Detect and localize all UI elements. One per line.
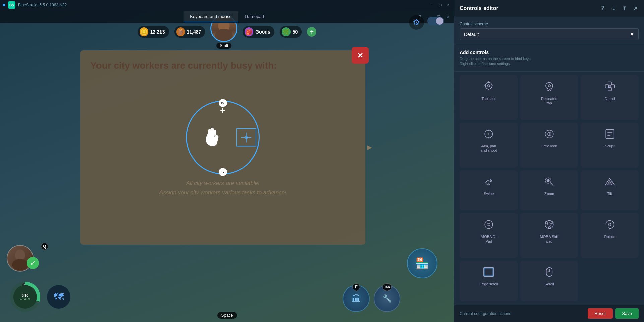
settings-gear-icon[interactable]: ⚙ [409, 15, 424, 30]
svg-point-3 [12, 259, 28, 270]
control-script[interactable]: Script [581, 123, 639, 168]
tab-keyboard-mouse[interactable]: Keyboard and mouse [183, 11, 238, 22]
wood-resource: 🪵 11,487 [174, 26, 205, 38]
gold-resource: 🪙 12,213 [138, 26, 169, 38]
s-key: S [219, 168, 227, 176]
toggle-knob [436, 17, 443, 25]
svg-rect-22 [608, 85, 611, 88]
resource-bar: 🪙 12,213 🪵 11,487 Shift 🎒 Goods [0, 23, 454, 40]
bottom-bar: Current configuration actions Reset Save [454, 305, 644, 322]
control-scheme-label: Control scheme [460, 22, 639, 26]
e-button-container: 🏛 E [343, 285, 370, 312]
control-moba-d-pad[interactable]: @ MOBA D-Pad [460, 213, 518, 258]
goods-label: Goods [255, 29, 270, 35]
add-resource-button[interactable]: + [307, 27, 316, 37]
export-icon[interactable]: ⤒ [621, 5, 628, 12]
add-controls-title: Add controls [460, 50, 639, 55]
green-value: 50 [293, 29, 298, 35]
tab-button-container: 🔧 Tab [374, 285, 400, 312]
control-swipe[interactable]: Swipe [460, 170, 518, 211]
controls-editor-panel: Controls editor ? ⤓ ⤒ ↗ Control scheme D… [454, 0, 644, 322]
bottom-actions: Reset Save [588, 308, 639, 319]
green-icon: 🌿 [282, 27, 291, 36]
control-tap-spot[interactable]: Tap spot [460, 75, 518, 120]
q-key-badge: Q [41, 243, 48, 250]
control-zoom[interactable]: Zoom [520, 170, 578, 211]
control-scheme-select[interactable]: Default ▼ [460, 28, 639, 40]
control-edge-scroll[interactable]: Edge scroll [460, 261, 518, 301]
restore-button[interactable]: □ [437, 2, 443, 8]
scroll-label: Scroll [544, 282, 554, 286]
modal-close-button[interactable]: × [352, 47, 369, 64]
repeated-tap-label: Repeatedtap [541, 96, 557, 105]
rotate-label: Rotate [604, 235, 615, 239]
controls-grid: Tap spot Repeatedtap [454, 72, 644, 305]
space-key-label: Space [217, 312, 237, 319]
moba-d-pad-label: MOBA D-Pad [481, 235, 496, 243]
gold-icon: 🪙 [140, 27, 148, 36]
scroll-icon [541, 264, 557, 280]
svg-rect-6 [214, 130, 216, 136]
edge-scroll-icon [480, 264, 497, 280]
shift-label: Shift [216, 43, 231, 49]
map-icon[interactable]: 🗺 [47, 285, 70, 309]
nav-tabs: Keyboard and mouse Gamepad [183, 11, 271, 22]
control-tilt[interactable]: Tilt [581, 170, 639, 211]
minimize-button[interactable]: – [429, 2, 435, 8]
control-repeated-tap[interactable]: Repeatedtap [520, 75, 578, 120]
aim-pan-shoot-label: Aim, panand shoot [480, 144, 497, 153]
controls-editor-title: Controls editor [460, 5, 498, 11]
wood-icon: 🪵 [176, 27, 185, 36]
timer-fraction: 3/10 [22, 294, 28, 297]
close-button[interactable]: × [445, 2, 451, 8]
header-icons: ? ⤓ ⤒ ↗ [599, 5, 639, 12]
control-free-look[interactable]: Free look [520, 123, 578, 168]
share-icon[interactable]: ↗ [631, 5, 639, 12]
svg-point-1 [215, 29, 233, 41]
tab-key-badge: Tab [382, 283, 392, 291]
moba-skill-pad-icon [541, 216, 557, 233]
window-controls: – □ × [429, 2, 451, 8]
zoom-icon [541, 174, 557, 190]
bs-icon: BS [8, 1, 15, 9]
control-scroll[interactable]: Scroll [520, 261, 578, 301]
import-icon[interactable]: ⤓ [610, 5, 617, 12]
script-label: Script [605, 144, 615, 148]
toggle-switch[interactable] [427, 17, 444, 25]
inner-square [236, 128, 256, 147]
green-resource: 🌿 50 [280, 26, 302, 38]
modal-dialog: × Your city workers are currently busy w… [80, 50, 365, 245]
control-aim-pan-shoot[interactable]: Aim, panand shoot [460, 123, 518, 168]
timer-ring: 3/10 43:43m [10, 282, 40, 312]
svg-point-10 [485, 82, 492, 89]
svg-point-45 [548, 223, 551, 226]
store-button[interactable]: 🏪 [407, 248, 437, 278]
control-d-pad[interactable]: D-pad [581, 75, 639, 120]
game-area: BS BlueStacks 5.5.0.1063 N32 – □ × Keybo… [0, 0, 454, 322]
svg-point-49 [608, 223, 611, 226]
bs-title: BlueStacks 5.5.0.1063 N32 [18, 3, 67, 7]
timer-time: 43:43m [20, 297, 30, 301]
add-controls-section: Add controls Drag the actions on the scr… [454, 45, 644, 72]
goods-resource: 🎒 Goods [243, 26, 274, 38]
control-moba-skill-pad[interactable]: MOBA Skillpad [520, 213, 578, 258]
close-icon[interactable]: × [445, 13, 451, 20]
svg-point-24 [488, 133, 489, 134]
free-look-icon [541, 126, 557, 142]
save-button[interactable]: Save [615, 308, 639, 319]
moba-d-pad-icon: @ [480, 216, 497, 233]
reset-button[interactable]: Reset [588, 308, 613, 319]
d-pad-icon [602, 78, 618, 94]
help-icon[interactable]: ? [599, 5, 606, 12]
control-rotate[interactable]: Rotate [581, 213, 639, 258]
goods-icon: 🎒 [245, 27, 253, 36]
tab-gamepad[interactable]: Gamepad [238, 11, 271, 22]
svg-rect-54 [492, 268, 494, 277]
svg-point-17 [548, 85, 551, 87]
e-key-badge: E [352, 283, 360, 291]
expand-arrow: ▶ [367, 144, 372, 151]
controls-header: Controls editor ? ⤓ ⤒ ↗ [454, 0, 644, 17]
swipe-icon [480, 174, 497, 190]
hand-gesture-icon [201, 125, 224, 150]
tap-spot-label: Tap spot [482, 96, 496, 101]
